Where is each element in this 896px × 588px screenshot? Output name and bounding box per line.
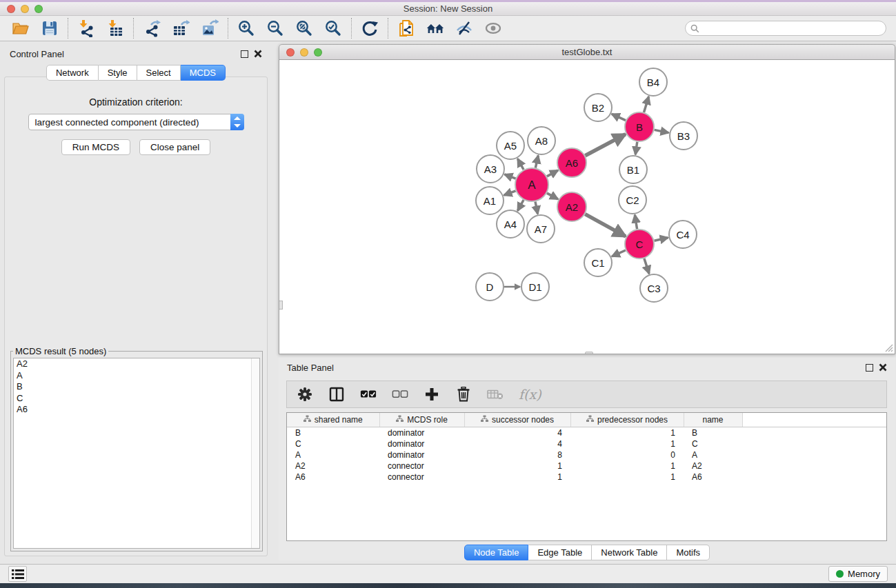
table-cell[interactable]: 1: [570, 427, 684, 438]
export-image-icon[interactable]: [201, 19, 219, 37]
graph-node-B3[interactable]: B3: [670, 122, 697, 150]
copy-network-document-icon[interactable]: [397, 19, 415, 37]
close-window-button[interactable]: [7, 5, 15, 13]
zoom-in-icon[interactable]: [237, 19, 255, 37]
mcds-result-item[interactable]: C: [14, 393, 259, 405]
table-cell[interactable]: C: [287, 438, 379, 449]
left-divider-handle[interactable]: [279, 301, 283, 310]
mcds-result-item[interactable]: B: [14, 381, 259, 393]
graph-node-A5[interactable]: A5: [497, 132, 524, 159]
table-cell[interactable]: A6: [684, 472, 742, 483]
float-table-panel-icon[interactable]: [866, 364, 873, 372]
graph-node-A3[interactable]: A3: [477, 155, 504, 183]
save-session-icon[interactable]: [41, 19, 59, 37]
table-cell[interactable]: 1: [464, 460, 570, 472]
select-all-icon[interactable]: [360, 386, 377, 403]
table-cell[interactable]: 1: [464, 472, 570, 483]
table-cell[interactable]: A6: [287, 472, 379, 483]
table-row[interactable]: Bdominator41B: [287, 427, 886, 438]
import-network-icon[interactable]: [77, 19, 95, 37]
graph-edge[interactable]: [635, 142, 637, 154]
graph-edge[interactable]: [612, 250, 626, 256]
graph-node-B[interactable]: B: [625, 112, 654, 141]
graph-node-C1[interactable]: C1: [584, 249, 612, 276]
table-cell[interactable]: 1: [570, 460, 684, 472]
refresh-network-icon[interactable]: [361, 19, 379, 37]
open-session-icon[interactable]: [12, 19, 30, 37]
resize-grip-icon[interactable]: [884, 343, 893, 352]
table-cell[interactable]: 4: [464, 427, 570, 438]
houses-icon[interactable]: [426, 19, 444, 37]
table-cell[interactable]: 1: [570, 438, 684, 449]
graph-edge[interactable]: [585, 134, 625, 156]
graph-edge[interactable]: [535, 156, 538, 168]
graph-node-B2[interactable]: B2: [584, 94, 612, 121]
memory-button[interactable]: Memory: [828, 566, 888, 582]
tab-edge-table[interactable]: Edge Table: [528, 545, 592, 560]
column-header-shared-name[interactable]: shared name: [287, 413, 379, 427]
graph-node-C3[interactable]: C3: [640, 274, 668, 302]
task-history-button[interactable]: [8, 566, 27, 582]
network-canvas[interactable]: B4B2BB3A5A8A6A3B1AA1C2A2A4A7C4CC1C3DD1: [279, 60, 895, 354]
graph-edge[interactable]: [547, 193, 558, 199]
column-header-predecessor-nodes[interactable]: predecessor nodes: [570, 413, 684, 427]
table-cell[interactable]: C: [684, 438, 742, 449]
zoom-fit-icon[interactable]: [295, 19, 313, 37]
table-row[interactable]: Cdominator41C: [287, 438, 886, 449]
minimize-window-button[interactable]: [21, 5, 29, 13]
graph-node-A6[interactable]: A6: [557, 148, 586, 177]
graph-edge[interactable]: [644, 258, 649, 274]
graph-node-C4[interactable]: C4: [669, 221, 697, 248]
graph-edge[interactable]: [655, 238, 668, 241]
graph-node-D1[interactable]: D1: [521, 273, 549, 301]
float-panel-icon[interactable]: [241, 50, 248, 58]
graph-node-B1[interactable]: B1: [619, 156, 647, 183]
mcds-result-item[interactable]: A6: [14, 404, 259, 416]
import-table-icon[interactable]: [106, 19, 124, 37]
table-cell[interactable]: A2: [684, 460, 742, 472]
graph-edge[interactable]: [518, 200, 524, 211]
table-row[interactable]: Adominator80A: [287, 449, 886, 460]
graph-edge[interactable]: [655, 130, 669, 132]
tab-mcds[interactable]: MCDS: [181, 65, 226, 81]
graph-node-C[interactable]: C: [625, 230, 654, 258]
node-table[interactable]: shared nameMCDS rolesuccessor nodesprede…: [286, 412, 887, 541]
graph-node-A7[interactable]: A7: [527, 215, 555, 243]
column-header-name[interactable]: name: [684, 413, 742, 427]
graph-edge[interactable]: [644, 97, 649, 112]
close-panel-button[interactable]: Close panel: [139, 139, 210, 155]
tab-node-table[interactable]: Node Table: [464, 545, 529, 560]
export-table-icon[interactable]: [172, 19, 190, 37]
tab-network[interactable]: Network: [46, 65, 99, 81]
network-close-button[interactable]: [286, 48, 295, 57]
table-cell[interactable]: 1: [570, 472, 684, 483]
table-row[interactable]: A6connector11A6: [287, 472, 886, 483]
table-cell[interactable]: B: [684, 427, 742, 438]
mcds-result-list[interactable]: A2ABCA6: [13, 358, 260, 549]
table-cell[interactable]: dominator: [379, 427, 464, 438]
graph-edge[interactable]: [585, 214, 626, 236]
graph-node-A2[interactable]: A2: [557, 192, 586, 221]
graph-node-A4[interactable]: A4: [497, 210, 524, 238]
table-cell[interactable]: connector: [379, 472, 464, 483]
table-cell[interactable]: dominator: [379, 449, 464, 460]
tab-style[interactable]: Style: [99, 65, 137, 81]
table-cell[interactable]: A2: [287, 460, 379, 472]
graph-node-B4[interactable]: B4: [639, 68, 667, 96]
graph-edge[interactable]: [535, 202, 538, 214]
mcds-result-item[interactable]: A2: [14, 358, 259, 370]
graph-edge[interactable]: [612, 114, 626, 120]
graph-edge[interactable]: [505, 174, 516, 179]
mcds-result-item[interactable]: A: [14, 370, 259, 382]
table-cell[interactable]: B: [287, 427, 379, 438]
graph-edge[interactable]: [504, 191, 516, 195]
criterion-dropdown[interactable]: largest connected component (directed): [28, 114, 244, 130]
network-graph[interactable]: B4B2BB3A5A8A6A3B1AA1C2A2A4A7C4CC1C3DD1: [279, 60, 895, 354]
search-box[interactable]: [685, 21, 886, 36]
zoom-out-icon[interactable]: [266, 19, 284, 37]
tab-motifs[interactable]: Motifs: [667, 545, 710, 560]
graph-node-A1[interactable]: A1: [476, 187, 504, 214]
column-header-successor-nodes[interactable]: successor nodes: [464, 413, 570, 427]
run-mcds-button[interactable]: Run MCDS: [61, 139, 130, 155]
maximize-window-button[interactable]: [34, 5, 43, 13]
